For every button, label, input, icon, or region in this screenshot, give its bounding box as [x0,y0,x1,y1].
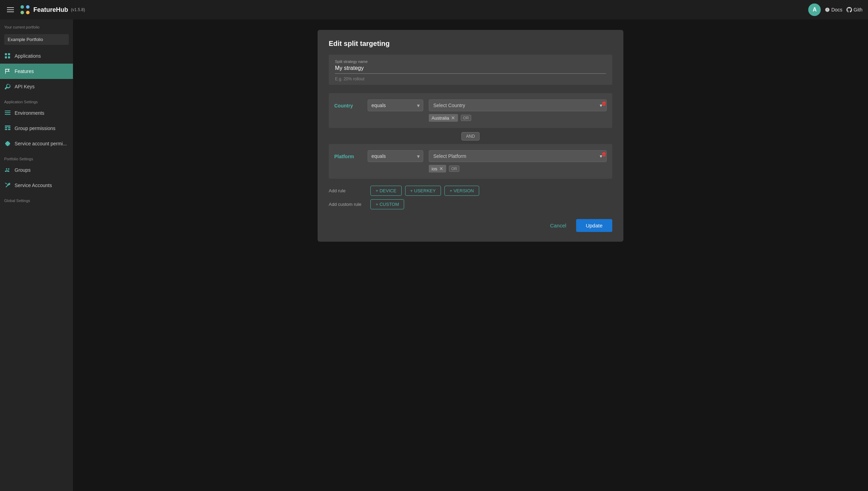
svg-rect-14 [5,129,7,130]
app-title: FeatureHub [33,6,68,14]
platform-values-col: Select Platform ▾ ios ✕ OR [429,150,607,172]
grid-icon [4,53,11,59]
svg-rect-13 [8,127,10,128]
sidebar-item-applications[interactable]: Applications [0,48,73,64]
platform-tag-ios: ios ✕ [429,165,446,172]
sidebar-item-label: Environments [15,110,44,116]
svg-rect-11 [5,126,10,127]
sidebar-item-service-account-perms[interactable]: Service account permi... [0,136,73,151]
main-content: Edit split targeting Split strategy name… [73,19,868,491]
country-tags-row: Australia ✕ OR [429,114,607,122]
strategy-name-section: Split strategy name My strategy E.g. 20%… [329,55,612,85]
svg-rect-4 [5,53,7,55]
add-custom-button[interactable]: + CUSTOM [370,199,404,209]
sidebar-item-label: Service account permi... [15,141,67,146]
svg-rect-5 [8,53,10,55]
modal-footer: Cancel Update [329,219,612,232]
global-settings-label: Global Settings [0,193,73,204]
platform-tags-row: ios ✕ OR [429,165,607,172]
add-rule-label: Add rule [329,188,367,193]
app-settings-label: Application Settings [0,94,73,105]
svg-rect-6 [5,56,7,58]
add-rule-row: Add rule + DEVICE + USERKEY + VERSION [329,186,612,196]
add-device-button[interactable]: + DEVICE [370,186,402,196]
add-custom-rule-row: Add custom rule + CUSTOM [329,199,612,209]
platform-operator-wrapper[interactable]: equals [368,150,423,162]
flag-icon [4,68,11,75]
people-icon [4,167,11,174]
sidebar-item-label: API Keys [15,84,35,89]
country-operator-wrapper[interactable]: equals [368,99,423,111]
sidebar-item-label: Features [15,69,34,74]
svg-rect-8 [5,111,10,111]
svg-point-0 [21,5,24,9]
tag-label: ios [432,166,437,171]
sidebar-item-label: Applications [15,53,41,59]
app-version: (v1.5.8) [71,7,85,12]
platform-or-badge[interactable]: OR [449,166,460,172]
svg-rect-12 [5,127,7,128]
portfolio-label: Your current portfolio [0,19,73,31]
portfolio-settings-label: Portfolio Settings [0,151,73,162]
svg-rect-10 [5,114,10,115]
country-operator-select[interactable]: equals [368,99,423,111]
platform-select-dropdown[interactable]: Select Platform ▾ [429,150,607,162]
country-tag-remove[interactable]: ✕ [451,115,455,121]
country-values-col: Select Country ▾ Australia ✕ OR [429,99,607,122]
modal: Edit split targeting Split strategy name… [318,30,623,242]
country-rule-delete[interactable] [599,99,609,110]
sidebar-item-label: Groups [15,167,31,173]
platform-rule-label: Platform [334,150,362,159]
strategy-name-label: Split strategy name [335,59,606,64]
platform-operator-select[interactable]: equals [368,150,423,162]
sidebar-item-label: Service Accounts [15,183,52,188]
github-link[interactable]: Gith [846,7,862,13]
sidebar-item-api-keys[interactable]: API Keys [0,79,73,94]
gear-icon [4,140,11,147]
sidebar-item-environments[interactable]: Environments [0,105,73,121]
svg-point-3 [26,11,30,14]
modal-title: Edit split targeting [329,40,612,48]
add-custom-label: Add custom rule [329,202,367,207]
list-icon [4,110,11,116]
platform-tag-remove[interactable]: ✕ [439,166,443,171]
key-icon [4,83,11,90]
docs-link[interactable]: Docs [825,7,842,13]
portfolio-name[interactable]: Example Portfolio [4,34,69,45]
user-avatar[interactable]: A [808,3,821,16]
strategy-name-hint: E.g. 20% rollout [335,77,606,81]
svg-rect-9 [5,112,10,113]
strategy-name-value[interactable]: My strategy [335,65,606,74]
sidebar-item-label: Group permissions [15,126,56,131]
app-logo: FeatureHub (v1.5.8) [19,4,85,15]
and-divider: AND [329,132,612,140]
svg-rect-15 [8,129,10,130]
sidebar-item-features[interactable]: Features [0,64,73,79]
country-or-badge[interactable]: OR [461,115,472,121]
topnav: FeatureHub (v1.5.8) A Docs Gith [0,0,868,19]
svg-rect-7 [8,56,10,58]
sidebar-item-groups[interactable]: Groups [0,162,73,178]
country-select-dropdown[interactable]: Select Country ▾ [429,99,607,111]
update-button[interactable]: Update [576,219,612,232]
svg-point-2 [21,11,24,14]
menu-toggle[interactable] [6,6,15,14]
cancel-button[interactable]: Cancel [544,219,572,232]
sidebar-item-service-accounts[interactable]: Service Accounts [0,178,73,193]
platform-rule-delete[interactable] [599,150,609,161]
sidebar: Your current portfolio Example Portfolio… [0,19,73,491]
and-badge: AND [461,132,479,140]
add-version-button[interactable]: + VERSION [444,186,479,196]
svg-point-1 [26,5,30,9]
modal-overlay: Edit split targeting Split strategy name… [73,19,868,491]
platform-rule-row: Platform equals Select Platform ▾ ios ✕ [329,144,612,179]
add-userkey-button[interactable]: + USERKEY [405,186,441,196]
platform-select-placeholder: Select Platform [433,153,466,159]
country-rule-label: Country [334,99,362,108]
wrench-icon [4,182,11,189]
country-select-placeholder: Select Country [433,103,465,108]
sidebar-item-group-permissions[interactable]: Group permissions [0,121,73,136]
country-rule-row: Country equals Select Country ▾ Australi… [329,93,612,128]
country-tag-australia: Australia ✕ [429,114,458,122]
tag-label: Australia [432,115,449,121]
